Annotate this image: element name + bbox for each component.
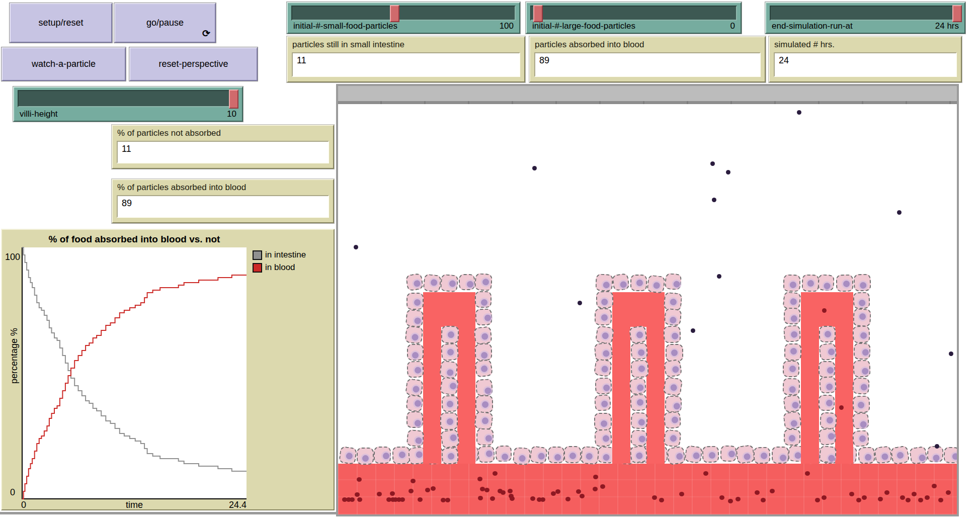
blood-cell xyxy=(728,499,733,503)
epithelial-cell xyxy=(819,376,837,394)
slider-track[interactable] xyxy=(770,6,961,21)
blood-cell xyxy=(659,498,664,502)
watch-a-particle-button[interactable]: watch-a-particle xyxy=(2,47,126,81)
epithelial-cell xyxy=(782,378,800,395)
forever-icon: ⟳ xyxy=(202,28,210,39)
cell-nucleus xyxy=(859,435,866,442)
food-particle xyxy=(712,198,716,202)
absorbed-food-particle xyxy=(839,405,844,410)
slider-value: 24 hrs xyxy=(935,21,959,31)
slider-track[interactable] xyxy=(530,6,737,21)
setup-reset-button[interactable]: setup/reset xyxy=(10,3,112,43)
slider-villi-height[interactable]: villi-height 10 xyxy=(13,86,243,122)
epithelial-cell xyxy=(529,446,548,464)
epithelial-cell xyxy=(836,275,854,292)
epithelial-cell xyxy=(852,412,870,430)
capillary-leg xyxy=(801,326,819,464)
cell-nucleus xyxy=(484,314,492,321)
cell-nucleus xyxy=(790,331,797,338)
capillary-arch xyxy=(612,292,665,327)
slider-handle[interactable] xyxy=(952,5,962,22)
blood-cell xyxy=(484,488,489,492)
cell-nucleus xyxy=(447,349,454,356)
epithelial-cell xyxy=(440,274,459,293)
cell-nucleus xyxy=(415,420,421,426)
epithelial-cell xyxy=(684,445,703,464)
cell-nucleus xyxy=(636,331,643,338)
blood-cell xyxy=(900,495,905,500)
cell-nucleus xyxy=(933,455,940,462)
y-axis-label: percentage % xyxy=(9,316,20,396)
monitor-particles-absorbed: particles absorbed into blood 89 xyxy=(529,36,766,82)
cell-nucleus xyxy=(862,349,868,356)
epithelial-cell xyxy=(440,412,458,430)
intestine-world[interactable] xyxy=(338,104,957,514)
blood-cell xyxy=(508,489,513,493)
slider-initial-large-food-particles[interactable]: initial-#-large-food-particles 0 xyxy=(526,2,742,34)
epithelial-cell xyxy=(783,411,802,430)
epithelial-cell xyxy=(405,378,424,397)
cell-nucleus xyxy=(670,434,677,442)
cell-nucleus xyxy=(602,435,609,442)
cell-nucleus xyxy=(693,452,700,460)
epithelial-cell xyxy=(629,445,647,463)
blood-cell xyxy=(530,496,535,501)
monitor-value: 89 xyxy=(122,198,132,209)
cell-nucleus xyxy=(413,280,421,288)
slider-handle[interactable] xyxy=(390,5,399,22)
blood-cell xyxy=(501,490,506,495)
cell-nucleus xyxy=(790,348,797,355)
absorption-plot: % of food absorbed into blood vs. not 10… xyxy=(1,229,335,510)
epithelial-cell xyxy=(664,292,683,311)
slider-handle[interactable] xyxy=(229,90,238,109)
cell-nucleus xyxy=(673,281,680,288)
food-particle xyxy=(897,210,902,215)
y-axis-max-tick: 100 xyxy=(3,252,20,262)
blood-cell xyxy=(355,492,360,497)
cell-nucleus xyxy=(481,352,487,359)
blood-cell xyxy=(357,477,362,482)
view-titlebar xyxy=(338,86,957,101)
slider-value: 0 xyxy=(730,21,735,31)
blood-cell xyxy=(925,495,930,500)
blood-cell xyxy=(478,496,483,500)
cell-nucleus xyxy=(554,454,561,461)
epithelial-cell xyxy=(853,274,871,291)
blood-cell xyxy=(580,494,585,498)
cell-nucleus xyxy=(412,334,419,341)
reset-perspective-button[interactable]: reset-perspective xyxy=(129,47,258,81)
epithelial-cell xyxy=(702,446,719,463)
cell-nucleus xyxy=(636,280,643,286)
cell-nucleus xyxy=(860,421,867,428)
epithelial-cell xyxy=(819,342,837,361)
cell-nucleus xyxy=(382,453,389,459)
monitor-pct-absorbed: % of particles absorbed into blood 89 xyxy=(112,179,334,223)
capillary-leg xyxy=(423,326,441,464)
epithelial-cell xyxy=(852,377,870,395)
epithelial-cell xyxy=(783,275,801,292)
epithelial-cell xyxy=(819,395,835,411)
cell-nucleus xyxy=(601,366,609,373)
cell-nucleus xyxy=(602,332,609,339)
food-particle xyxy=(578,301,582,305)
slider-track[interactable] xyxy=(18,90,238,107)
cell-nucleus xyxy=(789,366,795,372)
epithelial-cell xyxy=(646,275,666,294)
slider-handle[interactable] xyxy=(533,5,543,22)
simulation-view[interactable] xyxy=(336,84,959,516)
slider-initial-small-food-particles[interactable]: initial-#-small-food-particles 100 xyxy=(287,2,520,34)
epithelial-cell xyxy=(819,361,835,378)
reset-perspective-label: reset-perspective xyxy=(158,59,228,69)
blood-cell xyxy=(540,497,545,502)
cell-nucleus xyxy=(362,455,368,462)
blood-cell xyxy=(477,477,482,481)
slider-value: 10 xyxy=(227,109,236,119)
slider-end-simulation-run-at[interactable]: end-simulation-run-at 24 hrs xyxy=(765,2,965,34)
epithelial-cell xyxy=(629,325,647,344)
epithelial-cell xyxy=(853,308,871,327)
slider-track[interactable] xyxy=(291,6,516,21)
food-particle xyxy=(935,444,939,449)
epithelial-cell xyxy=(475,308,492,325)
go-pause-button[interactable]: go/pause ⟳ xyxy=(114,3,216,43)
monitor-field: 89 xyxy=(117,195,329,218)
